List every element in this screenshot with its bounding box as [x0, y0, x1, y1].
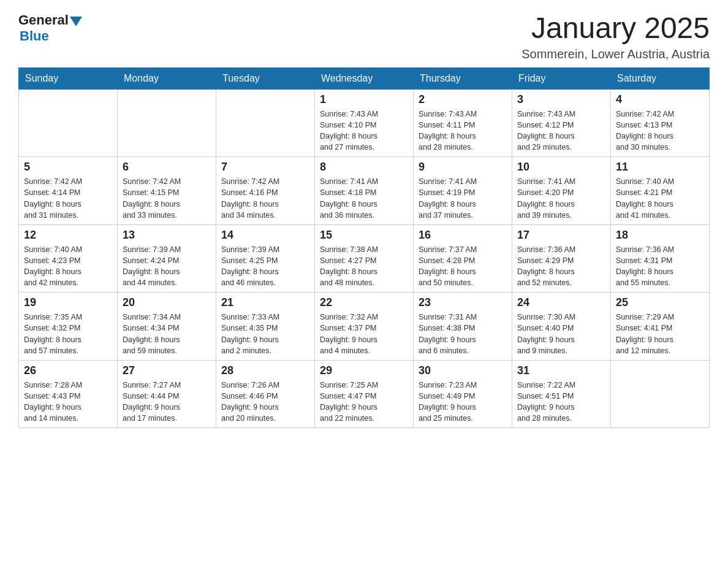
page-header: General Blue January 2025 Sommerein, Low… — [18, 12, 710, 61]
day-info: Sunrise: 7:27 AM Sunset: 4:44 PM Dayligh… — [123, 380, 211, 424]
calendar-cell: 3Sunrise: 7:43 AM Sunset: 4:12 PM Daylig… — [512, 89, 611, 157]
calendar-cell: 28Sunrise: 7:26 AM Sunset: 4:46 PM Dayli… — [216, 360, 315, 428]
calendar-cell: 2Sunrise: 7:43 AM Sunset: 4:11 PM Daylig… — [414, 89, 512, 157]
title-area: January 2025 Sommerein, Lower Austria, A… — [521, 12, 710, 61]
day-info: Sunrise: 7:43 AM Sunset: 4:10 PM Dayligh… — [320, 109, 408, 153]
calendar-week-row: 26Sunrise: 7:28 AM Sunset: 4:43 PM Dayli… — [19, 360, 710, 428]
column-header-wednesday: Wednesday — [315, 67, 414, 89]
day-info: Sunrise: 7:42 AM Sunset: 4:14 PM Dayligh… — [24, 176, 112, 221]
day-number: 21 — [221, 296, 309, 309]
day-number: 11 — [616, 161, 704, 174]
calendar-cell: 9Sunrise: 7:41 AM Sunset: 4:19 PM Daylig… — [414, 157, 512, 225]
calendar-cell: 27Sunrise: 7:27 AM Sunset: 4:44 PM Dayli… — [118, 360, 216, 428]
day-number: 13 — [123, 229, 211, 242]
day-info: Sunrise: 7:33 AM Sunset: 4:35 PM Dayligh… — [221, 312, 309, 356]
day-info: Sunrise: 7:42 AM Sunset: 4:15 PM Dayligh… — [123, 176, 211, 221]
calendar-cell: 31Sunrise: 7:22 AM Sunset: 4:51 PM Dayli… — [512, 360, 611, 428]
day-info: Sunrise: 7:32 AM Sunset: 4:37 PM Dayligh… — [320, 312, 408, 356]
day-number: 19 — [24, 296, 112, 309]
day-info: Sunrise: 7:23 AM Sunset: 4:49 PM Dayligh… — [419, 380, 507, 424]
day-number: 14 — [221, 229, 309, 242]
calendar-week-row: 12Sunrise: 7:40 AM Sunset: 4:23 PM Dayli… — [19, 224, 710, 293]
column-header-friday: Friday — [512, 67, 611, 89]
calendar-cell: 12Sunrise: 7:40 AM Sunset: 4:23 PM Dayli… — [19, 224, 118, 293]
calendar-week-row: 5Sunrise: 7:42 AM Sunset: 4:14 PM Daylig… — [19, 157, 710, 225]
day-info: Sunrise: 7:29 AM Sunset: 4:41 PM Dayligh… — [616, 312, 704, 356]
calendar-cell: 20Sunrise: 7:34 AM Sunset: 4:34 PM Dayli… — [118, 293, 216, 361]
calendar-cell: 13Sunrise: 7:39 AM Sunset: 4:24 PM Dayli… — [118, 224, 216, 293]
day-number: 3 — [517, 93, 605, 106]
logo-general-text: General — [18, 12, 69, 28]
day-number: 8 — [320, 161, 408, 174]
day-number: 24 — [517, 296, 605, 309]
day-info: Sunrise: 7:31 AM Sunset: 4:38 PM Dayligh… — [419, 312, 507, 356]
column-header-saturday: Saturday — [611, 67, 710, 89]
day-info: Sunrise: 7:41 AM Sunset: 4:20 PM Dayligh… — [517, 176, 605, 221]
calendar-cell: 21Sunrise: 7:33 AM Sunset: 4:35 PM Dayli… — [216, 293, 315, 361]
day-number: 7 — [221, 161, 309, 174]
calendar-cell: 5Sunrise: 7:42 AM Sunset: 4:14 PM Daylig… — [19, 157, 118, 225]
calendar-cell: 26Sunrise: 7:28 AM Sunset: 4:43 PM Dayli… — [19, 360, 118, 428]
calendar-cell — [118, 89, 216, 157]
calendar-cell — [19, 89, 118, 157]
day-info: Sunrise: 7:37 AM Sunset: 4:28 PM Dayligh… — [419, 244, 507, 289]
logo: General Blue — [18, 12, 82, 44]
day-number: 31 — [517, 364, 605, 377]
day-info: Sunrise: 7:26 AM Sunset: 4:46 PM Dayligh… — [221, 380, 309, 424]
day-number: 17 — [517, 229, 605, 242]
calendar-table: SundayMondayTuesdayWednesdayThursdayFrid… — [18, 67, 710, 429]
day-info: Sunrise: 7:25 AM Sunset: 4:47 PM Dayligh… — [320, 380, 408, 424]
month-title: January 2025 — [521, 12, 710, 45]
day-info: Sunrise: 7:43 AM Sunset: 4:12 PM Dayligh… — [517, 109, 605, 153]
calendar-cell: 25Sunrise: 7:29 AM Sunset: 4:41 PM Dayli… — [611, 293, 710, 361]
calendar-week-row: 1Sunrise: 7:43 AM Sunset: 4:10 PM Daylig… — [19, 89, 710, 157]
logo-triangle-icon — [70, 17, 82, 26]
day-number: 18 — [616, 229, 704, 242]
calendar-cell — [611, 360, 710, 428]
day-number: 20 — [123, 296, 211, 309]
day-info: Sunrise: 7:40 AM Sunset: 4:21 PM Dayligh… — [616, 176, 704, 221]
day-number: 28 — [221, 364, 309, 377]
day-number: 23 — [419, 296, 507, 309]
calendar-cell: 11Sunrise: 7:40 AM Sunset: 4:21 PM Dayli… — [611, 157, 710, 225]
calendar-cell: 4Sunrise: 7:42 AM Sunset: 4:13 PM Daylig… — [611, 89, 710, 157]
day-info: Sunrise: 7:39 AM Sunset: 4:25 PM Dayligh… — [221, 244, 309, 289]
day-info: Sunrise: 7:38 AM Sunset: 4:27 PM Dayligh… — [320, 244, 408, 289]
column-header-tuesday: Tuesday — [216, 67, 315, 89]
calendar-cell: 23Sunrise: 7:31 AM Sunset: 4:38 PM Dayli… — [414, 293, 512, 361]
day-info: Sunrise: 7:39 AM Sunset: 4:24 PM Dayligh… — [123, 244, 211, 289]
calendar-header-row: SundayMondayTuesdayWednesdayThursdayFrid… — [19, 67, 710, 89]
location-title: Sommerein, Lower Austria, Austria — [521, 47, 710, 61]
day-number: 4 — [616, 93, 704, 106]
day-info: Sunrise: 7:40 AM Sunset: 4:23 PM Dayligh… — [24, 244, 112, 289]
day-number: 5 — [24, 161, 112, 174]
day-info: Sunrise: 7:35 AM Sunset: 4:32 PM Dayligh… — [24, 312, 112, 356]
day-info: Sunrise: 7:36 AM Sunset: 4:29 PM Dayligh… — [517, 244, 605, 289]
day-info: Sunrise: 7:41 AM Sunset: 4:18 PM Dayligh… — [320, 176, 408, 221]
calendar-cell: 17Sunrise: 7:36 AM Sunset: 4:29 PM Dayli… — [512, 224, 611, 293]
day-number: 29 — [320, 364, 408, 377]
calendar-cell: 24Sunrise: 7:30 AM Sunset: 4:40 PM Dayli… — [512, 293, 611, 361]
day-info: Sunrise: 7:43 AM Sunset: 4:11 PM Dayligh… — [419, 109, 507, 153]
calendar-cell — [216, 89, 315, 157]
day-info: Sunrise: 7:36 AM Sunset: 4:31 PM Dayligh… — [616, 244, 704, 289]
day-number: 26 — [24, 364, 112, 377]
day-info: Sunrise: 7:34 AM Sunset: 4:34 PM Dayligh… — [123, 312, 211, 356]
day-number: 22 — [320, 296, 408, 309]
day-info: Sunrise: 7:42 AM Sunset: 4:13 PM Dayligh… — [616, 109, 704, 153]
day-number: 1 — [320, 93, 408, 106]
day-info: Sunrise: 7:41 AM Sunset: 4:19 PM Dayligh… — [419, 176, 507, 221]
logo-blue-text: Blue — [20, 28, 49, 44]
calendar-cell: 16Sunrise: 7:37 AM Sunset: 4:28 PM Dayli… — [414, 224, 512, 293]
calendar-week-row: 19Sunrise: 7:35 AM Sunset: 4:32 PM Dayli… — [19, 293, 710, 361]
day-number: 25 — [616, 296, 704, 309]
column-header-monday: Monday — [118, 67, 216, 89]
calendar-cell: 15Sunrise: 7:38 AM Sunset: 4:27 PM Dayli… — [315, 224, 414, 293]
calendar-cell: 7Sunrise: 7:42 AM Sunset: 4:16 PM Daylig… — [216, 157, 315, 225]
day-number: 15 — [320, 229, 408, 242]
day-info: Sunrise: 7:30 AM Sunset: 4:40 PM Dayligh… — [517, 312, 605, 356]
day-number: 9 — [419, 161, 507, 174]
column-header-sunday: Sunday — [19, 67, 118, 89]
day-info: Sunrise: 7:22 AM Sunset: 4:51 PM Dayligh… — [517, 380, 605, 424]
calendar-cell: 30Sunrise: 7:23 AM Sunset: 4:49 PM Dayli… — [414, 360, 512, 428]
